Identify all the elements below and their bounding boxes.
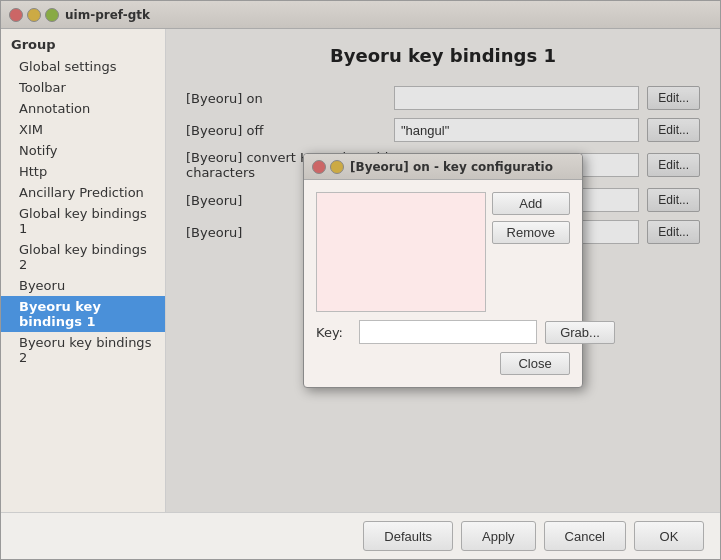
modal-remove-button[interactable]: Remove — [492, 221, 570, 244]
sidebar-item-global-key-bindings-2[interactable]: Global key bindings 2 — [1, 239, 165, 275]
sidebar-item-http[interactable]: Http — [1, 161, 165, 182]
main-panel: Byeoru key bindings 1 [Byeoru] on Edit..… — [166, 29, 720, 512]
defaults-button[interactable]: Defaults — [363, 521, 453, 551]
main-window: uim-pref-gtk Group Global settings Toolb… — [0, 0, 721, 560]
cancel-button[interactable]: Cancel — [544, 521, 626, 551]
sidebar-item-ancillary-prediction[interactable]: Ancillary Prediction — [1, 182, 165, 203]
modal-close-button[interactable] — [312, 160, 326, 174]
modal-dialog: [Byeoru] on - key configuratio Add Remov… — [303, 153, 583, 388]
modal-grab-button[interactable]: Grab... — [545, 321, 615, 344]
sidebar-item-global-key-bindings-1[interactable]: Global key bindings 1 — [1, 203, 165, 239]
modal-dialog-close-button[interactable]: Close — [500, 352, 570, 375]
window-title: uim-pref-gtk — [65, 8, 150, 22]
sidebar-group-label: Group — [1, 33, 165, 56]
sidebar-item-byeoru-key-bindings-1[interactable]: Byeoru key bindings 1 — [1, 296, 165, 332]
sidebar-item-byeoru[interactable]: Byeoru — [1, 275, 165, 296]
modal-backdrop: [Byeoru] on - key configuratio Add Remov… — [166, 29, 720, 512]
modal-close-row: Close — [316, 352, 570, 375]
sidebar-item-global-settings[interactable]: Global settings — [1, 56, 165, 77]
modal-key-list — [316, 192, 486, 312]
modal-list-container: Add Remove — [316, 192, 570, 320]
sidebar-item-toolbar[interactable]: Toolbar — [1, 77, 165, 98]
sidebar-item-byeoru-key-bindings-2[interactable]: Byeoru key bindings 2 — [1, 332, 165, 368]
content-area: Group Global settings Toolbar Annotation… — [1, 29, 720, 512]
sidebar-item-notify[interactable]: Notify — [1, 140, 165, 161]
modal-key-input[interactable] — [359, 320, 537, 344]
sidebar: Group Global settings Toolbar Annotation… — [1, 29, 166, 512]
modal-add-button[interactable]: Add — [492, 192, 570, 215]
maximize-window-button[interactable] — [45, 8, 59, 22]
modal-body: Add Remove Key: Grab... Close — [304, 180, 582, 387]
sidebar-item-annotation[interactable]: Annotation — [1, 98, 165, 119]
title-bar: uim-pref-gtk — [1, 1, 720, 29]
modal-title: [Byeoru] on - key configuratio — [350, 160, 574, 174]
sidebar-item-xim[interactable]: XIM — [1, 119, 165, 140]
apply-button[interactable]: Apply — [461, 521, 536, 551]
modal-key-row: Key: Grab... — [316, 320, 570, 344]
bottom-bar: Defaults Apply Cancel OK — [1, 512, 720, 559]
modal-minimize-button[interactable] — [330, 160, 344, 174]
ok-button[interactable]: OK — [634, 521, 704, 551]
close-window-button[interactable] — [9, 8, 23, 22]
window-controls — [9, 8, 59, 22]
modal-titlebar: [Byeoru] on - key configuratio — [304, 154, 582, 180]
modal-window-controls — [312, 160, 344, 174]
modal-key-label: Key: — [316, 325, 351, 340]
modal-side-buttons: Add Remove — [492, 192, 570, 320]
minimize-window-button[interactable] — [27, 8, 41, 22]
